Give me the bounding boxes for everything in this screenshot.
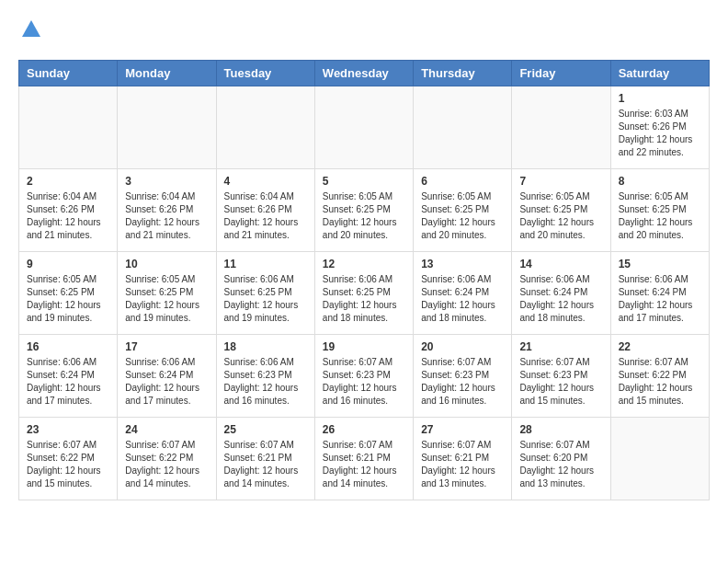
calendar-week-1: 1Sunrise: 6:03 AM Sunset: 6:26 PM Daylig…	[19, 86, 710, 169]
day-number: 17	[125, 340, 208, 353]
day-info: Sunrise: 6:07 AM Sunset: 6:21 PM Dayligh…	[323, 439, 405, 490]
calendar-cell: 18Sunrise: 6:06 AM Sunset: 6:23 PM Dayli…	[216, 335, 314, 418]
day-number: 18	[224, 340, 307, 353]
day-number: 8	[619, 175, 701, 188]
day-number: 24	[125, 423, 208, 436]
day-info: Sunrise: 6:05 AM Sunset: 6:25 PM Dayligh…	[125, 273, 208, 325]
calendar-cell: 17Sunrise: 6:06 AM Sunset: 6:24 PM Dayli…	[118, 335, 216, 418]
page-header	[18, 18, 710, 45]
calendar-cell: 6Sunrise: 6:05 AM Sunset: 6:25 PM Daylig…	[414, 169, 512, 252]
calendar-cell: 23Sunrise: 6:07 AM Sunset: 6:22 PM Dayli…	[19, 418, 118, 500]
calendar-week-5: 23Sunrise: 6:07 AM Sunset: 6:22 PM Dayli…	[19, 418, 710, 500]
weekday-header-row: SundayMondayTuesdayWednesdayThursdayFrid…	[19, 61, 710, 86]
day-info: Sunrise: 6:06 AM Sunset: 6:25 PM Dayligh…	[224, 273, 307, 325]
calendar-week-2: 2Sunrise: 6:04 AM Sunset: 6:26 PM Daylig…	[19, 169, 710, 252]
calendar-cell: 11Sunrise: 6:06 AM Sunset: 6:25 PM Dayli…	[216, 252, 314, 335]
day-number: 26	[323, 423, 405, 436]
calendar-cell: 9Sunrise: 6:05 AM Sunset: 6:25 PM Daylig…	[19, 252, 118, 335]
calendar-cell	[512, 86, 610, 169]
calendar-cell: 12Sunrise: 6:06 AM Sunset: 6:25 PM Dayli…	[314, 252, 413, 335]
day-info: Sunrise: 6:04 AM Sunset: 6:26 PM Dayligh…	[224, 190, 307, 242]
calendar-cell: 4Sunrise: 6:04 AM Sunset: 6:26 PM Daylig…	[216, 169, 314, 252]
day-info: Sunrise: 6:07 AM Sunset: 6:23 PM Dayligh…	[519, 356, 602, 408]
calendar-cell: 24Sunrise: 6:07 AM Sunset: 6:22 PM Dayli…	[118, 418, 216, 500]
day-info: Sunrise: 6:07 AM Sunset: 6:23 PM Dayligh…	[421, 356, 504, 408]
day-number: 1	[619, 92, 701, 105]
calendar-cell: 1Sunrise: 6:03 AM Sunset: 6:26 PM Daylig…	[610, 86, 709, 169]
svg-marker-0	[22, 20, 40, 37]
day-number: 22	[619, 340, 701, 353]
day-info: Sunrise: 6:06 AM Sunset: 6:24 PM Dayligh…	[619, 273, 701, 325]
day-info: Sunrise: 6:06 AM Sunset: 6:24 PM Dayligh…	[27, 356, 109, 408]
calendar-cell: 25Sunrise: 6:07 AM Sunset: 6:21 PM Dayli…	[216, 418, 314, 500]
day-info: Sunrise: 6:07 AM Sunset: 6:21 PM Dayligh…	[224, 439, 307, 490]
weekday-header-tuesday: Tuesday	[216, 61, 314, 86]
day-number: 5	[323, 175, 405, 188]
weekday-header-sunday: Sunday	[19, 61, 118, 86]
day-number: 3	[125, 175, 208, 188]
day-info: Sunrise: 6:07 AM Sunset: 6:20 PM Dayligh…	[519, 439, 602, 490]
day-number: 27	[421, 423, 504, 436]
weekday-header-friday: Friday	[512, 61, 610, 86]
day-number: 25	[224, 423, 307, 436]
day-number: 12	[323, 258, 405, 270]
calendar-cell: 14Sunrise: 6:06 AM Sunset: 6:24 PM Dayli…	[512, 252, 610, 335]
day-info: Sunrise: 6:05 AM Sunset: 6:25 PM Dayligh…	[27, 273, 109, 325]
day-info: Sunrise: 6:05 AM Sunset: 6:25 PM Dayligh…	[421, 190, 504, 242]
weekday-header-thursday: Thursday	[414, 61, 512, 86]
day-number: 11	[224, 258, 307, 270]
calendar-cell: 10Sunrise: 6:05 AM Sunset: 6:25 PM Dayli…	[118, 252, 216, 335]
day-number: 13	[421, 258, 504, 270]
calendar-cell	[118, 86, 216, 169]
day-number: 21	[519, 340, 602, 353]
day-info: Sunrise: 6:06 AM Sunset: 6:25 PM Dayligh…	[323, 273, 405, 325]
day-info: Sunrise: 6:07 AM Sunset: 6:22 PM Dayligh…	[125, 439, 208, 490]
calendar-cell: 7Sunrise: 6:05 AM Sunset: 6:25 PM Daylig…	[512, 169, 610, 252]
day-info: Sunrise: 6:04 AM Sunset: 6:26 PM Dayligh…	[125, 190, 208, 242]
calendar-cell: 20Sunrise: 6:07 AM Sunset: 6:23 PM Dayli…	[414, 335, 512, 418]
day-number: 28	[519, 423, 602, 436]
calendar-cell: 21Sunrise: 6:07 AM Sunset: 6:23 PM Dayli…	[512, 335, 610, 418]
calendar-cell: 13Sunrise: 6:06 AM Sunset: 6:24 PM Dayli…	[414, 252, 512, 335]
day-number: 7	[519, 175, 602, 188]
weekday-header-saturday: Saturday	[610, 61, 709, 86]
calendar-cell: 16Sunrise: 6:06 AM Sunset: 6:24 PM Dayli…	[19, 335, 118, 418]
calendar-cell: 26Sunrise: 6:07 AM Sunset: 6:21 PM Dayli…	[314, 418, 413, 500]
logo	[18, 18, 42, 45]
day-info: Sunrise: 6:07 AM Sunset: 6:23 PM Dayligh…	[323, 356, 405, 408]
day-number: 2	[27, 175, 109, 188]
day-info: Sunrise: 6:06 AM Sunset: 6:24 PM Dayligh…	[421, 273, 504, 325]
calendar-cell: 22Sunrise: 6:07 AM Sunset: 6:22 PM Dayli…	[610, 335, 709, 418]
day-info: Sunrise: 6:06 AM Sunset: 6:24 PM Dayligh…	[125, 356, 208, 408]
calendar-cell: 8Sunrise: 6:05 AM Sunset: 6:25 PM Daylig…	[610, 169, 709, 252]
calendar-cell	[314, 86, 413, 169]
weekday-header-monday: Monday	[118, 61, 216, 86]
day-number: 15	[619, 258, 701, 270]
logo-icon	[20, 18, 42, 40]
calendar-cell: 2Sunrise: 6:04 AM Sunset: 6:26 PM Daylig…	[19, 169, 118, 252]
day-number: 10	[125, 258, 208, 270]
day-info: Sunrise: 6:07 AM Sunset: 6:22 PM Dayligh…	[619, 356, 701, 408]
calendar-cell	[414, 86, 512, 169]
day-number: 16	[27, 340, 109, 353]
calendar-cell	[610, 418, 709, 500]
day-number: 19	[323, 340, 405, 353]
day-info: Sunrise: 6:05 AM Sunset: 6:25 PM Dayligh…	[323, 190, 405, 242]
day-info: Sunrise: 6:06 AM Sunset: 6:24 PM Dayligh…	[519, 273, 602, 325]
day-number: 14	[519, 258, 602, 270]
weekday-header-wednesday: Wednesday	[314, 61, 413, 86]
day-info: Sunrise: 6:07 AM Sunset: 6:22 PM Dayligh…	[27, 439, 109, 490]
calendar-week-3: 9Sunrise: 6:05 AM Sunset: 6:25 PM Daylig…	[19, 252, 710, 335]
day-number: 6	[421, 175, 504, 188]
calendar-cell: 3Sunrise: 6:04 AM Sunset: 6:26 PM Daylig…	[118, 169, 216, 252]
calendar-table: SundayMondayTuesdayWednesdayThursdayFrid…	[18, 60, 710, 500]
calendar-cell: 15Sunrise: 6:06 AM Sunset: 6:24 PM Dayli…	[610, 252, 709, 335]
day-info: Sunrise: 6:04 AM Sunset: 6:26 PM Dayligh…	[27, 190, 109, 242]
day-info: Sunrise: 6:05 AM Sunset: 6:25 PM Dayligh…	[619, 190, 701, 242]
day-info: Sunrise: 6:03 AM Sunset: 6:26 PM Dayligh…	[619, 108, 701, 159]
day-info: Sunrise: 6:05 AM Sunset: 6:25 PM Dayligh…	[519, 190, 602, 242]
day-number: 23	[27, 423, 109, 436]
calendar-cell	[216, 86, 314, 169]
day-info: Sunrise: 6:07 AM Sunset: 6:21 PM Dayligh…	[421, 439, 504, 490]
calendar-cell	[19, 86, 118, 169]
